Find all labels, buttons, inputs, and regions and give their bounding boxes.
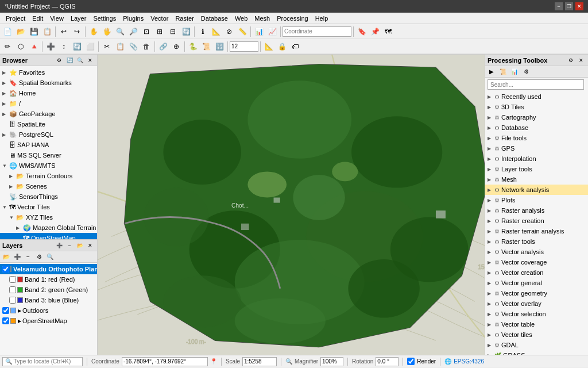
pan-map-button[interactable]: 🖐 — [100, 25, 113, 38]
toolbox-history-button[interactable]: 📜 — [498, 67, 508, 77]
menu-item-plugins[interactable]: Plugins — [119, 14, 147, 23]
toolbox-item[interactable]: ▶⚙Vector general — [485, 278, 588, 288]
browser-tree-item[interactable]: ▶🔖Spatial Bookmarks — [0, 78, 97, 88]
deselect-button[interactable]: ⊘ — [223, 25, 235, 38]
toolbox-search-input[interactable] — [488, 79, 584, 90]
toolbox-options-button[interactable]: ⚙ — [521, 67, 531, 77]
layer-item[interactable]: Band 3: blue (Blue) — [0, 295, 97, 305]
menu-item-processing[interactable]: Processing — [273, 14, 311, 23]
add-feature-button[interactable]: ➕ — [44, 40, 57, 53]
toolbox-item[interactable]: ▶⚙GPS — [485, 143, 588, 154]
cut-feature-button[interactable]: ✂ — [100, 40, 113, 53]
redo-button[interactable]: ↪ — [71, 25, 83, 38]
show-bookmarks-button[interactable]: 🗺 — [382, 25, 394, 38]
toolbox-item[interactable]: ▶⚙Plots — [485, 195, 588, 205]
menu-item-web[interactable]: Web — [231, 14, 251, 23]
refresh-button[interactable]: 🔄 — [180, 25, 192, 38]
toolbox-item[interactable]: ▶⚙Layer tools — [485, 164, 588, 174]
toolbox-item[interactable]: ▶⚙Vector analysis — [485, 247, 588, 257]
minimize-button[interactable]: − — [555, 2, 563, 10]
browser-tree-item[interactable]: ▼🗺Vector Tiles — [0, 202, 97, 212]
measure-button[interactable]: 📏 — [236, 25, 249, 38]
delete-feature-button[interactable]: 🗑 — [140, 40, 153, 53]
toolbox-item[interactable]: ▶⚙Recently used — [485, 91, 588, 102]
layer-checkbox[interactable] — [9, 276, 16, 283]
browser-tree-item[interactable]: ▶🏠Home — [0, 88, 97, 98]
rotate-feature-button[interactable]: 🔄 — [71, 40, 83, 53]
render-checkbox[interactable] — [407, 358, 415, 365]
toolbox-item[interactable]: ▶⚙Mesh — [485, 174, 588, 185]
paste-feature-button[interactable]: 📎 — [127, 40, 140, 53]
coordinate-value-input[interactable] — [122, 357, 208, 366]
magnifier-value-input[interactable] — [320, 357, 343, 366]
toolbox-item[interactable]: ▶⚙Raster analysis — [485, 205, 588, 216]
open-button[interactable]: 📂 — [14, 25, 27, 38]
filter-layer-button[interactable]: 🔍 — [45, 252, 55, 262]
zoom-layer-button[interactable]: ⊞ — [153, 25, 166, 38]
python-console-button[interactable]: 🐍 — [187, 40, 199, 53]
toolbox-item[interactable]: ▶⚙Raster tools — [485, 236, 588, 247]
pan-button[interactable]: ✋ — [87, 25, 100, 38]
snapping-button[interactable]: 🔗 — [157, 40, 169, 53]
toolbox-item[interactable]: ▶⚙GDAL — [485, 340, 588, 350]
toolbox-item[interactable]: ▶⚙Network analysis — [485, 185, 588, 195]
new-bookmark-button[interactable]: 📌 — [369, 25, 381, 38]
rotation-value-input[interactable] — [376, 357, 399, 366]
save-as-button[interactable]: 📋 — [41, 25, 53, 38]
browser-tree-item[interactable]: ▶⭐Favorites — [0, 67, 97, 78]
digitize-button[interactable]: 🔺 — [28, 40, 40, 53]
browser-enable-properties-button[interactable]: ⚙ — [55, 56, 64, 65]
layer-item[interactable]: ▶OpenStreetMap — [0, 316, 97, 326]
annotations-button[interactable]: 🏷 — [289, 40, 301, 53]
zoom-selection-button[interactable]: ⊟ — [167, 25, 179, 38]
browser-tree-item[interactable]: ▼📂XYZ Tiles — [0, 212, 97, 223]
menu-item-help[interactable]: Help — [312, 14, 332, 23]
toolbox-item[interactable]: ▶⚙Raster terrain analysis — [485, 226, 588, 236]
browser-tree-item[interactable]: ▶📦GeoPackage — [0, 109, 97, 119]
layer-checkbox[interactable] — [2, 266, 9, 273]
scale-value-input[interactable] — [242, 357, 277, 366]
browser-tree-item[interactable]: ▶📂Terrain Contours — [0, 171, 97, 181]
browser-tree-item[interactable]: ▶📂Scenes — [0, 181, 97, 191]
layer-item[interactable]: Band 2: green (Green) — [0, 285, 97, 295]
toolbox-item[interactable]: ▶⚙File tools — [485, 133, 588, 143]
map-canvas[interactable]: -50 m- -100 m- 1000 150 m- — [98, 55, 485, 355]
toolbox-item[interactable]: ▶⚙Vector overlay — [485, 298, 588, 309]
canvas-lock-button[interactable]: 🔒 — [276, 40, 288, 53]
layer-properties-button[interactable]: ⚙ — [34, 252, 44, 262]
processing-history-button[interactable]: 📜 — [200, 40, 212, 53]
statistics-button[interactable]: 📈 — [266, 25, 278, 38]
toolbox-item[interactable]: ▶⚙Vector table — [485, 319, 588, 329]
toolbox-item[interactable]: ▶⚙Vector coverage — [485, 257, 588, 267]
browser-filter-button[interactable]: 🔍 — [75, 56, 84, 65]
toolbox-item[interactable]: ▶🌿GRASS — [485, 350, 588, 355]
georef-button[interactable]: 📐 — [262, 40, 275, 53]
menu-item-edit[interactable]: Edit — [29, 14, 47, 23]
open-layer-button[interactable]: 📂 — [1, 252, 11, 262]
restore-button[interactable]: ❐ — [565, 2, 573, 10]
field-calc-button[interactable]: 🔢 — [213, 40, 226, 53]
remove-layer-button[interactable]: − — [23, 252, 33, 262]
browser-tree-item[interactable]: 🖥MS SQL Server — [0, 150, 97, 160]
browser-tree-item[interactable]: ▶🌍Mapzen Global Terrain — [0, 223, 97, 233]
toolbox-item[interactable]: ▶⚙Raster creation — [485, 216, 588, 226]
add-layer-button[interactable]: ➕ — [12, 252, 22, 262]
menu-item-database[interactable]: Database — [198, 14, 231, 23]
menu-item-view[interactable]: View — [47, 14, 67, 23]
browser-tree-item[interactable]: ▶📁/ — [0, 98, 97, 109]
layer-item[interactable]: ▶Outdoors — [0, 305, 97, 316]
toolbox-results-button[interactable]: 📊 — [509, 67, 520, 77]
identify-button[interactable]: ℹ — [196, 25, 209, 38]
layer-checkbox[interactable] — [2, 317, 9, 324]
toolbox-item[interactable]: ▶⚙Cartography — [485, 112, 588, 122]
select-button[interactable]: 📐 — [210, 25, 222, 38]
layer-checkbox[interactable] — [9, 286, 16, 293]
layer-item[interactable]: Velsamudu Orthophoto Plan — [0, 264, 97, 274]
toolbox-item[interactable]: ▶⚙Vector selection — [485, 309, 588, 319]
toolbox-item[interactable]: ▶⚙Vector tiles — [485, 329, 588, 340]
layer-checkbox[interactable] — [2, 307, 9, 314]
close-button[interactable]: ✕ — [575, 2, 583, 10]
browser-tree-item[interactable]: ▼🌐WMS/WMTS — [0, 160, 97, 171]
browser-collapse-button[interactable]: ✕ — [86, 56, 95, 65]
layers-open-button[interactable]: 📂 — [75, 241, 84, 250]
